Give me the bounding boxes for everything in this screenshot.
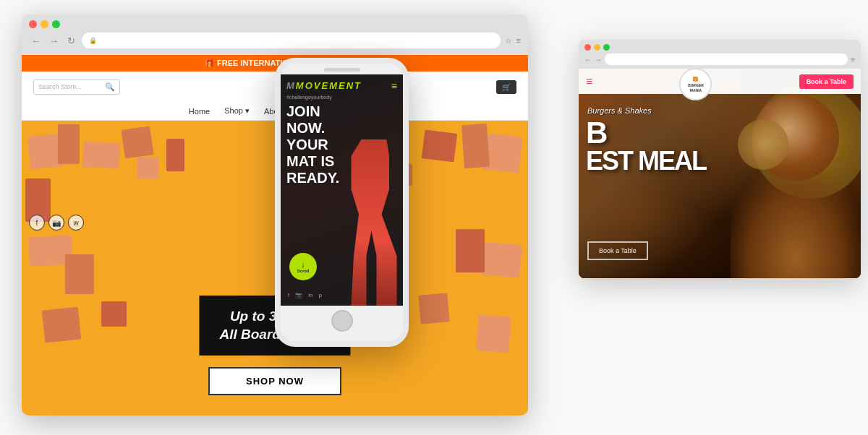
traffic-lights — [29, 20, 521, 28]
phone-instagram-icon[interactable]: 📷 — [295, 292, 302, 298]
phone-social-bar: f 📷 in p — [288, 292, 322, 298]
minimize-button[interactable] — [41, 20, 48, 28]
tablet-forward-btn[interactable]: → — [595, 56, 602, 64]
restaurant-book-button[interactable]: Book a Table — [587, 241, 648, 260]
block-18 — [166, 139, 184, 171]
shop-now-button[interactable]: SHOP NOW — [208, 367, 341, 395]
nav-shop[interactable]: Shop ▾ — [224, 106, 250, 116]
tablet-menu-icon[interactable]: ≡ — [851, 56, 855, 64]
back-button[interactable]: ← — [29, 35, 43, 46]
scroll-button[interactable]: ↓ Scroll — [289, 253, 317, 280]
site-header-right: 🛒 — [496, 80, 516, 94]
headline-line1: B — [586, 118, 706, 148]
site-search[interactable]: Search Store... 🔍 — [33, 79, 120, 95]
phone-linkedin-icon[interactable]: in — [308, 292, 312, 298]
rest-hamburger-icon[interactable]: ≡ — [586, 75, 592, 88]
block-7 — [461, 124, 490, 168]
phone-headline-line3: READY. — [286, 170, 349, 186]
rest-book-table-button[interactable]: Book a Table — [799, 74, 854, 89]
block-12 — [456, 229, 485, 272]
forward-button[interactable]: → — [47, 35, 61, 46]
social-icons-row: f 📷 w — [29, 215, 84, 231]
browser-icons-right: ☆ ≡ — [505, 36, 521, 46]
tablet-chrome: ← → ≡ — [579, 40, 861, 69]
close-button[interactable] — [29, 20, 37, 28]
tablet-nav-row: ← → ≡ — [584, 53, 855, 65]
block-10 — [65, 254, 94, 294]
bookmark-icon[interactable]: ☆ — [505, 36, 512, 46]
phone-brand: MMOVEMENT — [286, 80, 362, 91]
tablet-close-btn[interactable] — [584, 44, 591, 51]
phone-menu-icon[interactable]: ≡ — [391, 80, 397, 92]
site-banner: 🎁 FREE INTERNATIONAL SHIPPING — [22, 55, 528, 72]
phone-mockup: MMOVEMENT ≡ #challengeyourbody JOIN NOW.… — [275, 58, 409, 347]
restaurant-header: ≡ 🍔BURGERMANIA Book a Table — [579, 69, 861, 94]
whatsapp-icon[interactable]: w — [68, 215, 84, 231]
tablet-browser: ← → ≡ ≡ 🍔BURGERMANIA Book a Table — [579, 40, 861, 278]
search-icon[interactable]: 🔍 — [105, 82, 115, 92]
cart-icon[interactable]: 🛒 — [496, 80, 516, 94]
tablet-minimize-btn[interactable] — [594, 44, 600, 51]
block-15 — [101, 301, 127, 327]
restaurant-headline: B EST MEAL — [586, 118, 706, 174]
tablet-site-content: ≡ 🍔BURGERMANIA Book a Table Burgers & Sh… — [579, 69, 861, 278]
address-bar[interactable]: 🔒 — [82, 33, 501, 48]
food-plate-bottom — [731, 170, 861, 278]
phone-headline-line2: YOUR MAT IS — [286, 137, 349, 170]
tablet-maximize-btn[interactable] — [603, 44, 610, 51]
scene: ← → ↻ 🔒 ☆ ≡ 🎁 FREE INTERNATIONAL SHIPPIN… — [0, 0, 868, 435]
block-17 — [137, 157, 159, 178]
phone-facebook-icon[interactable]: f — [288, 292, 289, 298]
phone-headline: JOIN NOW. YOUR MAT IS READY. — [286, 103, 349, 186]
instagram-icon[interactable]: 📷 — [48, 215, 64, 231]
block-3 — [82, 142, 120, 169]
tablet-back-btn[interactable]: ← — [584, 56, 592, 64]
tablet-traffic-lights — [584, 44, 855, 51]
phone-hashtag: #challengeyourbody — [286, 95, 332, 100]
food-item-2 — [738, 119, 788, 170]
browser-menu-icon[interactable]: ≡ — [516, 36, 521, 45]
block-8 — [422, 129, 458, 162]
nav-bar: ← → ↻ 🔒 ☆ ≡ — [29, 33, 521, 48]
block-5 — [121, 126, 153, 158]
maximize-button[interactable] — [52, 20, 60, 28]
phone-headline-line1: JOIN NOW. — [286, 103, 349, 137]
block-14 — [476, 314, 511, 353]
search-placeholder: Search Store... — [38, 83, 82, 90]
block-13 — [42, 307, 81, 343]
browser-chrome: ← → ↻ 🔒 ☆ ≡ — [22, 14, 528, 55]
block-16 — [418, 293, 449, 324]
phone-speaker — [324, 68, 360, 72]
restaurant-tagline: Burgers & Shakes — [587, 106, 652, 115]
phone-screen-content: MMOVEMENT ≡ #challengeyourbody JOIN NOW.… — [281, 74, 403, 306]
block-11 — [480, 242, 522, 278]
phone-screen: MMOVEMENT ≡ #challengeyourbody JOIN NOW.… — [281, 74, 403, 306]
phone-home-button[interactable] — [331, 310, 353, 332]
phone-pinterest-icon[interactable]: p — [318, 292, 321, 298]
headline-line2: EST MEAL — [586, 148, 706, 174]
refresh-button[interactable]: ↻ — [65, 35, 77, 46]
facebook-icon[interactable]: f — [29, 215, 45, 231]
tablet-address-bar[interactable] — [605, 53, 848, 65]
scroll-label: Scroll — [297, 269, 310, 273]
nav-home[interactable]: Home — [189, 107, 210, 116]
block-2 — [58, 124, 80, 164]
